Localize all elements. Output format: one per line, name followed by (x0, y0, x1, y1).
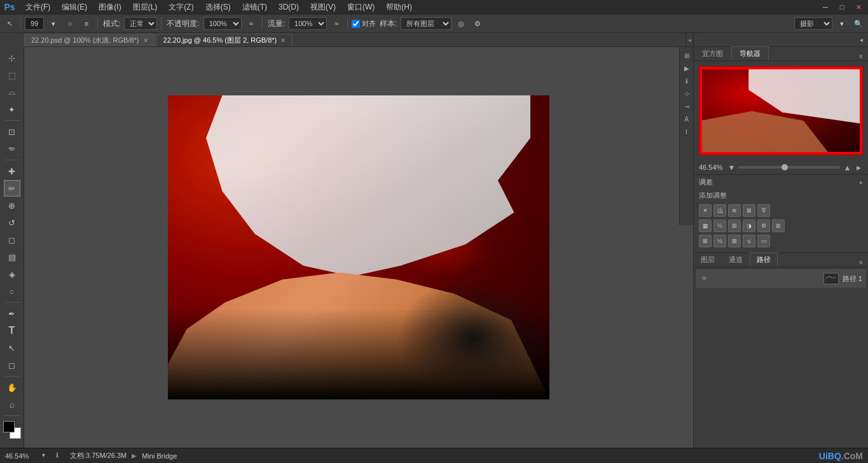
align-checkbox[interactable] (352, 20, 360, 28)
tool-dodge[interactable]: ○ (4, 283, 20, 300)
tool-move[interactable]: ⊹ (4, 50, 20, 66)
adj-btn-colorlookup[interactable]: ⊞ (772, 219, 785, 232)
opacity-select[interactable]: 100% (203, 17, 242, 30)
menu-help[interactable]: 帮助(H) (381, 1, 417, 14)
adj-btn-colorbal[interactable]: ½ (713, 219, 726, 232)
menu-edit[interactable]: 编辑(E) (57, 1, 92, 14)
tool-path-select[interactable]: ↖ (4, 340, 20, 356)
sample-select[interactable]: 所有图层 (401, 17, 451, 30)
tool-blur[interactable]: ◈ (4, 266, 20, 282)
adj-collapse-icon[interactable]: ▸ (860, 179, 863, 186)
menu-select[interactable]: 选择(S) (200, 1, 236, 14)
tool-hand[interactable]: ✋ (4, 379, 20, 396)
menu-image[interactable]: 图像(I) (93, 1, 126, 14)
adj-btn-curves[interactable]: ≋ (728, 204, 741, 217)
tool-eraser[interactable]: ◻ (4, 232, 20, 248)
status-zoom-btn[interactable]: ▾ (42, 452, 51, 460)
tool-crop[interactable]: ⊡ (4, 123, 20, 140)
minimize-btn[interactable]: ─ (818, 0, 832, 14)
close-btn[interactable]: ✕ (851, 0, 865, 14)
menu-text[interactable]: 文字(Z) (163, 1, 198, 14)
adj-btn-brightness[interactable]: ☀ (699, 204, 712, 217)
menu-window[interactable]: 窗口(W) (342, 1, 380, 14)
panel-collapse-btn[interactable]: ◂ (685, 33, 693, 47)
tool-eyedropper[interactable]: 🖘 (4, 141, 20, 157)
brush-shape-btn[interactable]: ○ (63, 17, 77, 31)
menu-filter[interactable]: 滤镜(T) (237, 1, 272, 14)
adj-btn-threshold[interactable]: ⊠ (728, 235, 741, 247)
tool-history[interactable]: ↺ (4, 214, 20, 231)
tab-psd[interactable]: 22.20.psd @ 100% (水滴, RGB/8*) ✕ (24, 34, 155, 46)
tool-brush[interactable]: ✏ (4, 180, 20, 197)
adj-btn-exposure[interactable]: ⊠ (743, 204, 755, 217)
extra-btn-2[interactable]: ⚙ (471, 17, 485, 31)
flow-mode-btn[interactable]: ≈ (329, 17, 343, 31)
adj-btn-photo[interactable]: ◑ (743, 219, 755, 232)
tab-channels[interactable]: 通道 (722, 252, 750, 266)
zoom-reset-btn[interactable]: ▸ (854, 163, 863, 172)
tool-text[interactable]: T (4, 322, 20, 339)
maximize-btn[interactable]: □ (835, 0, 849, 14)
adj-btn-mixer[interactable]: ⚙ (757, 219, 770, 232)
rt-btn-2[interactable]: ▶ (681, 62, 692, 74)
menu-file[interactable]: 文件(F) (20, 1, 55, 14)
workspace-arrow[interactable]: ▾ (835, 17, 849, 31)
tab-histogram[interactable]: 宜方图 (694, 46, 731, 60)
tool-clone[interactable]: ⊕ (4, 197, 20, 214)
tool-options-btn[interactable]: ↖ (3, 17, 17, 31)
rt-btn-4[interactable]: ⊹ (681, 88, 692, 99)
tab-layers[interactable]: 图层 (694, 252, 722, 266)
tool-zoom[interactable]: ⌕ (4, 396, 20, 413)
rt-btn-7[interactable]: I (681, 126, 692, 137)
adj-btn-selective[interactable]: ▭ (757, 235, 770, 247)
extra-btn-1[interactable]: ◎ (454, 17, 468, 31)
adj-btn-hsl[interactable]: ▦ (699, 219, 712, 232)
brush-preset-btn[interactable]: ▾ (46, 17, 60, 31)
adj-btn-gradmap[interactable]: ≤ (743, 235, 755, 247)
adj-btn-bw[interactable]: ⊞ (728, 219, 741, 232)
adj-btn-vibrance[interactable]: ∇ (757, 204, 770, 217)
rt-btn-5[interactable]: ⊸ (681, 100, 692, 112)
menu-3d[interactable]: 3D(D) (273, 1, 304, 13)
flow-select[interactable]: 100% (289, 17, 327, 30)
adj-btn-posterize[interactable]: ½ (713, 235, 726, 247)
tab-paths[interactable]: 路径 (750, 252, 778, 266)
panel-toggle-btn[interactable]: ◂ (857, 36, 865, 45)
tool-marquee[interactable]: ⬚ (4, 67, 20, 83)
tab-navigator[interactable]: 导航器 (731, 46, 769, 60)
menu-view[interactable]: 视图(V) (305, 1, 341, 14)
tab-jpg-close[interactable]: ✕ (280, 37, 286, 44)
tab-jpg[interactable]: 22.20.jpg @ 46.5% (图层 2, RGB/8*) ✕ (156, 34, 293, 46)
panel-menu-btn[interactable]: ≡ (857, 52, 865, 60)
tool-gradient[interactable]: ▤ (4, 249, 20, 265)
menu-layer[interactable]: 图层(L) (128, 1, 163, 14)
zoom-out-btn[interactable]: ▾ (727, 163, 736, 172)
rt-btn-1[interactable]: ⊞ (681, 50, 692, 61)
adj-btn-levels[interactable]: 山 (713, 204, 726, 217)
foreground-color[interactable] (3, 421, 15, 432)
mode-select[interactable]: 正常 (124, 17, 157, 30)
rt-btn-3[interactable]: ℹ (681, 75, 692, 86)
layers-menu-btn[interactable]: ≡ (857, 258, 865, 266)
adj-btn-invert[interactable]: ⊠ (699, 235, 712, 247)
status-arrow-btn[interactable]: ▶ (132, 452, 137, 459)
rt-btn-6[interactable]: A (681, 113, 692, 125)
toolbar-separator-5 (347, 17, 348, 30)
tool-shape[interactable]: ◻ (4, 357, 20, 373)
zoom-slider[interactable] (738, 166, 840, 169)
tool-separator-2 (4, 160, 20, 160)
path-layer-visibility-icon[interactable]: 👁 (699, 274, 708, 283)
tool-wand[interactable]: ✦ (4, 101, 20, 118)
path-layer-item[interactable]: 👁 路径 1 (696, 270, 865, 287)
status-info-btn[interactable]: ℹ (56, 452, 65, 460)
brush-mode-btn[interactable]: ≡ (79, 17, 93, 31)
airbrush-btn[interactable]: ≈ (244, 17, 258, 31)
tool-lasso[interactable]: ⌓ (4, 84, 20, 100)
zoom-in-btn[interactable]: ▴ (843, 163, 851, 172)
tool-pen[interactable]: ✒ (4, 305, 20, 322)
search-btn[interactable]: 🔍 (851, 17, 865, 31)
brush-size-input[interactable] (25, 17, 44, 30)
tab-psd-close[interactable]: ✕ (143, 37, 148, 44)
tool-heal[interactable]: ✚ (4, 163, 20, 179)
workspace-select[interactable]: 摄影 (794, 17, 832, 30)
